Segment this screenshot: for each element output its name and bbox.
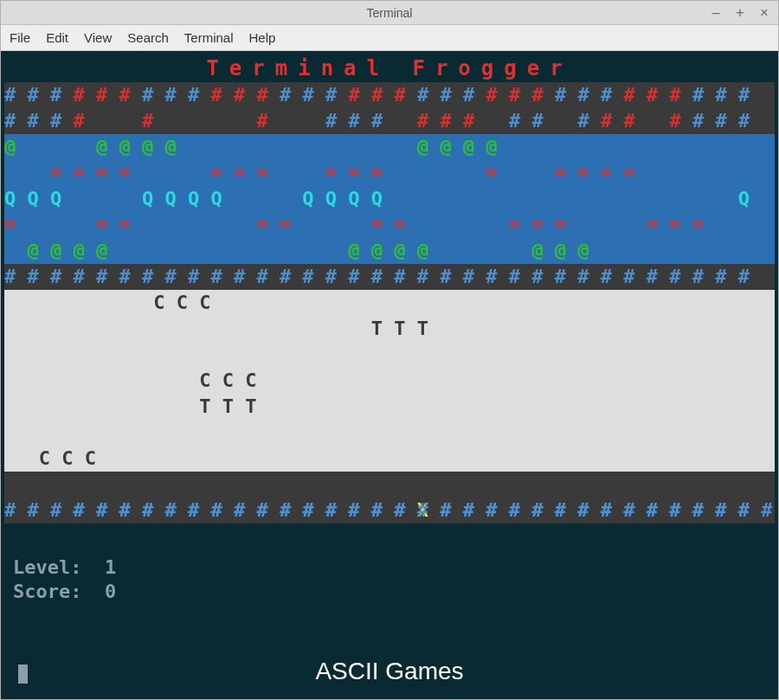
terminal-viewport[interactable]: Terminal Frogger # # # # # # # # # # # #… xyxy=(1,51,778,699)
bank-top-row-2: # # # # # # # # # # # # # # # # # # # # … xyxy=(4,108,775,134)
river-row-5-logs: @ @ @ @ @ @ @ @ @ @ @ xyxy=(4,238,775,264)
close-icon: × xyxy=(760,5,768,21)
road-row-6 xyxy=(4,420,775,446)
menu-view[interactable]: View xyxy=(84,30,112,45)
level-value: 1 xyxy=(105,556,116,578)
river-row-1-logs: @ @ @ @ @ @ @ @ @ xyxy=(4,134,775,160)
menu-search[interactable]: Search xyxy=(127,30,169,45)
bank-bottom-row-1: # # # # # # # # # # # # # # # X # # # # … xyxy=(4,472,775,498)
road-row-5: T T T xyxy=(4,394,775,420)
close-button[interactable]: × xyxy=(756,4,773,22)
menu-edit[interactable]: Edit xyxy=(46,30,68,45)
menu-help[interactable]: Help xyxy=(249,30,276,45)
road-row-3 xyxy=(4,342,775,368)
caption-label: ASCII Games xyxy=(1,659,778,684)
terminal-cursor-icon xyxy=(18,665,28,684)
window-title: Terminal xyxy=(367,6,413,20)
status-score: Score: 0 xyxy=(4,577,775,601)
road-row-2: T T T xyxy=(4,316,775,342)
blank-row xyxy=(4,523,775,553)
bank-top-row-1: # # # # # # # # # # # # # # # # # # # # … xyxy=(4,82,775,108)
maximize-icon: + xyxy=(736,5,744,21)
window-controls: – + × xyxy=(707,1,773,24)
minimize-icon: – xyxy=(712,5,720,21)
app-window: Terminal – + × File Edit View Search Ter… xyxy=(0,0,779,700)
road-row-1: C C C xyxy=(4,290,775,316)
road-row-7: C C C xyxy=(4,446,775,472)
titlebar[interactable]: Terminal – + × xyxy=(1,1,778,25)
score-label: Score: xyxy=(13,581,105,602)
menubar: File Edit View Search Terminal Help xyxy=(1,25,778,51)
road-row-4: C C C xyxy=(4,368,775,394)
score-value: 0 xyxy=(105,581,116,602)
menu-terminal[interactable]: Terminal xyxy=(184,30,234,45)
river-row-3-turtles: Q Q Q Q Q Q Q Q Q Q Q Q xyxy=(4,186,775,212)
status-level: Level: 1 xyxy=(4,553,775,577)
river-row-2-waves: = = = = = = = = = = = = = = = xyxy=(4,160,775,186)
maximize-button[interactable]: + xyxy=(731,4,749,22)
game-title: Terminal Frogger xyxy=(4,55,775,82)
menu-file[interactable]: File xyxy=(10,30,30,45)
bank-bottom-row-2: # # # # # # # # # # # # # # # # # # # # … xyxy=(4,498,775,523)
bank-mid-row: # # # # # # # # # # # # # # # # # # # # … xyxy=(4,264,775,290)
river-row-4-waves: = = = = = = = = = = = = = xyxy=(4,212,775,238)
level-label: Level: xyxy=(13,556,105,578)
minimize-button[interactable]: – xyxy=(707,4,724,22)
